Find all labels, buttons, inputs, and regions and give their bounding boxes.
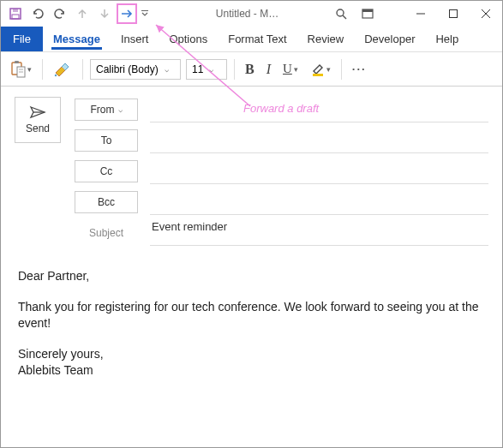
font-size-select[interactable]: 11 ⌵ xyxy=(186,59,227,80)
minimize-button[interactable] xyxy=(404,1,437,27)
from-button[interactable]: From ⌵ xyxy=(75,99,138,121)
send-button[interactable]: Send xyxy=(15,97,61,143)
redo-icon[interactable] xyxy=(50,3,70,24)
search-icon[interactable] xyxy=(331,3,351,24)
to-input[interactable] xyxy=(150,128,488,153)
developer-tab[interactable]: Developer xyxy=(354,27,425,51)
svg-rect-13 xyxy=(15,61,19,63)
subject-row: Subject Event reminder xyxy=(75,220,488,246)
separator xyxy=(42,59,43,80)
cc-row: Cc xyxy=(75,158,488,184)
body-closing-line: Sincerely yours, xyxy=(18,346,485,363)
bold-button[interactable]: B xyxy=(242,59,258,80)
save-icon[interactable] xyxy=(5,3,26,24)
bcc-row: Bcc xyxy=(75,189,488,215)
font-name-value: Calibri (Body) xyxy=(93,63,162,75)
chevron-down-icon: ⌵ xyxy=(118,105,123,114)
next-item-icon xyxy=(94,3,115,24)
subject-label: Subject xyxy=(75,227,138,239)
format-painter-button[interactable] xyxy=(50,58,75,81)
from-row: From ⌵ xyxy=(75,97,488,122)
paste-button[interactable]: ▾ xyxy=(6,57,35,81)
quick-access-toolbar xyxy=(1,3,152,24)
separator xyxy=(341,59,342,80)
forward-button[interactable] xyxy=(117,3,137,24)
format-text-tab[interactable]: Format Text xyxy=(218,27,296,51)
window-controls xyxy=(356,1,502,27)
options-tab[interactable]: Options xyxy=(159,27,218,51)
body-greeting: Dear Partner, xyxy=(18,268,485,285)
bcc-input[interactable] xyxy=(150,189,488,215)
chevron-down-icon: ⌵ xyxy=(162,65,171,74)
subject-input[interactable]: Event reminder xyxy=(150,220,488,246)
message-body[interactable]: Dear Partner, Thank you for registering … xyxy=(1,254,502,393)
separator xyxy=(82,59,83,80)
message-tab[interactable]: Message xyxy=(43,27,111,51)
to-button[interactable]: To xyxy=(75,129,138,152)
svg-rect-7 xyxy=(362,9,373,12)
close-button[interactable] xyxy=(470,1,502,27)
help-tab[interactable]: Help xyxy=(425,27,469,51)
svg-rect-3 xyxy=(141,10,148,11)
chevron-down-icon: ⌵ xyxy=(207,65,216,74)
svg-rect-18 xyxy=(313,74,323,76)
outlook-compose-window: Untitled - M… File Message Insert Option… xyxy=(0,0,503,448)
cc-button[interactable]: Cc xyxy=(75,160,138,182)
bcc-button[interactable]: Bcc xyxy=(75,191,138,213)
send-label: Send xyxy=(26,122,50,134)
body-paragraph: Thank you for registering for our tech c… xyxy=(18,299,485,332)
send-icon xyxy=(29,105,46,119)
svg-rect-1 xyxy=(13,9,18,12)
compose-header: Send From ⌵ To Cc Bcc xyxy=(1,87,502,254)
customize-qat-icon[interactable] xyxy=(139,3,151,24)
italic-button[interactable]: I xyxy=(263,59,274,80)
file-tab[interactable]: File xyxy=(1,27,43,51)
ribbon-display-icon[interactable] xyxy=(357,3,378,24)
maximize-button[interactable] xyxy=(437,1,470,27)
svg-line-5 xyxy=(343,15,346,19)
ribbon-toolbar: ▾ Calibri (Body) ⌵ 11 ⌵ B I U ▾ ▾ ··· xyxy=(1,52,502,87)
to-row: To xyxy=(75,128,488,153)
review-tab[interactable]: Review xyxy=(297,27,355,51)
svg-point-17 xyxy=(55,74,57,75)
separator xyxy=(234,59,235,80)
ribbon-tabs: File Message Insert Options Format Text … xyxy=(1,27,502,52)
window-title: Untitled - M… xyxy=(152,8,326,20)
from-input[interactable] xyxy=(150,97,488,122)
body-signature: Ablebits Team xyxy=(18,362,485,379)
font-name-select[interactable]: Calibri (Body) ⌵ xyxy=(90,59,181,80)
more-options-button[interactable]: ··· xyxy=(349,60,370,78)
undo-icon[interactable] xyxy=(27,3,48,24)
insert-tab[interactable]: Insert xyxy=(111,27,159,51)
title-bar: Untitled - M… xyxy=(1,1,502,27)
cc-input[interactable] xyxy=(150,158,488,184)
underline-button[interactable]: U ▾ xyxy=(279,59,302,79)
font-size-value: 11 xyxy=(189,63,207,75)
previous-item-icon xyxy=(72,3,93,24)
svg-rect-9 xyxy=(450,10,458,18)
svg-point-4 xyxy=(337,9,344,16)
highlight-button[interactable]: ▾ xyxy=(307,59,334,80)
